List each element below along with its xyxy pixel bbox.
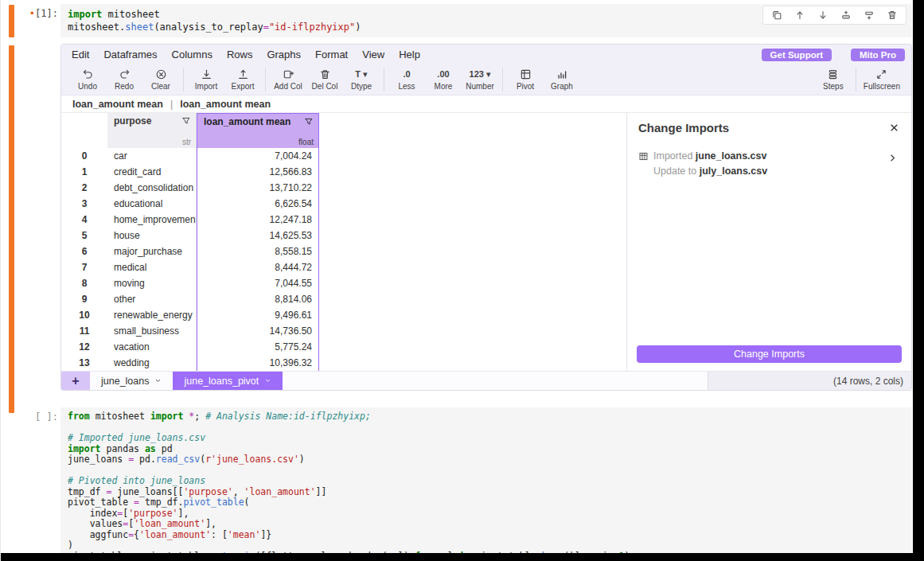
value-cell[interactable]: 6,626.54: [197, 196, 319, 212]
purpose-cell[interactable]: medical: [107, 259, 197, 275]
row-index-cell[interactable]: 5: [61, 228, 107, 243]
value-cell[interactable]: 9,496.61: [197, 307, 319, 323]
cell2-code-input[interactable]: from mitosheet import *; # Analysis Name…: [60, 407, 912, 555]
menu-view[interactable]: View: [362, 49, 384, 60]
menu-help[interactable]: Help: [399, 49, 420, 60]
number-button[interactable]: 123 ▾Number: [462, 64, 498, 95]
code-line: ): [68, 540, 905, 551]
value-cell[interactable]: 8,814.06: [197, 291, 319, 307]
update-file-row: Update to july_loans.csv: [653, 166, 879, 177]
row-index-cell[interactable]: 9: [61, 291, 107, 307]
menu-edit[interactable]: Edit: [72, 49, 89, 60]
code-line: # Pivoted into june_loans: [68, 476, 905, 487]
toolbar-separator: [502, 68, 503, 92]
menu-dataframes[interactable]: Dataframes: [103, 49, 157, 60]
row-index-cell[interactable]: 12: [61, 339, 107, 355]
value-cell[interactable]: 14,736.50: [197, 323, 319, 339]
sheet-tabs: june_loansjune_loans_pivot: [90, 372, 283, 390]
purpose-cell[interactable]: small_business: [107, 323, 197, 339]
code-line: june_loans = pd.read_csv(r'june_loans.cs…: [68, 454, 905, 466]
value-cell[interactable]: 7,044.55: [197, 275, 319, 291]
duplicate-cell-icon: [771, 10, 782, 21]
loan-amount-mean-column-header[interactable]: loan_amount meanfloat: [197, 113, 319, 148]
purpose-cell[interactable]: educational: [107, 196, 197, 212]
redo-button[interactable]: Redo: [106, 64, 142, 95]
steps-button[interactable]: Steps: [815, 64, 852, 95]
purpose-cell[interactable]: home_improvement: [107, 212, 197, 228]
filter-icon[interactable]: [304, 117, 314, 127]
panel-title: Change Imports: [638, 121, 729, 134]
clear-label: Clear: [151, 82, 170, 91]
change-imports-button[interactable]: Change Imports: [637, 345, 902, 363]
toolbar-separator: [183, 68, 184, 92]
value-cell[interactable]: 10,396.32: [197, 355, 319, 371]
menu-columns[interactable]: Columns: [172, 49, 212, 60]
insert-cell-above-button[interactable]: [840, 10, 852, 21]
close-icon[interactable]: [888, 122, 900, 134]
sheet-tab-june_loans_pivot[interactable]: june_loans_pivot: [173, 372, 283, 390]
mito-pro-button[interactable]: Mito Pro: [851, 49, 905, 61]
purpose-cell[interactable]: debt_consolidation: [107, 180, 197, 196]
clear-button[interactable]: Clear: [142, 64, 179, 95]
purpose-cell[interactable]: car: [107, 148, 197, 164]
purpose-cell[interactable]: house: [107, 228, 197, 243]
purpose-cell[interactable]: other: [107, 291, 197, 307]
purpose-cell[interactable]: wedding: [107, 355, 197, 371]
dtype-button[interactable]: T ▾Dtype: [343, 64, 380, 95]
less-button[interactable]: .0Less: [388, 64, 425, 95]
value-cell[interactable]: 13,710.22: [197, 180, 319, 196]
value-cell[interactable]: 12,247.18: [197, 212, 319, 228]
purpose-cell[interactable]: major_purchase: [107, 243, 197, 259]
row-index-cell[interactable]: 13: [61, 355, 107, 371]
value-cell[interactable]: 8,444.72: [197, 259, 319, 275]
value-cell[interactable]: 14,625.53: [197, 228, 319, 243]
purpose-cell[interactable]: vacation: [107, 339, 197, 355]
purpose-cell[interactable]: moving: [107, 275, 197, 291]
row-index-cell[interactable]: 3: [61, 196, 107, 212]
row-index-cell[interactable]: 6: [61, 243, 107, 259]
value-cell[interactable]: 7,004.24: [197, 148, 319, 164]
move-cell-down-button[interactable]: [817, 10, 828, 21]
chevron-down-icon[interactable]: [264, 377, 271, 384]
get-support-button[interactable]: Get Support: [762, 49, 832, 61]
menu-graphs[interactable]: Graphs: [267, 49, 301, 60]
value-cell[interactable]: 12,566.83: [197, 164, 319, 180]
export-button[interactable]: Export: [224, 64, 261, 95]
chevron-down-icon[interactable]: [154, 377, 162, 384]
more-button[interactable]: .00More: [425, 64, 462, 95]
row-index-cell[interactable]: 4: [61, 212, 107, 228]
row-index-cell[interactable]: 1: [61, 164, 107, 180]
undo-button[interactable]: Undo: [69, 64, 106, 95]
menu-rows[interactable]: Rows: [227, 49, 253, 60]
insert-cell-below-button[interactable]: [864, 10, 875, 21]
chevron-right-icon[interactable]: [887, 152, 899, 164]
purpose-cell[interactable]: credit_card: [107, 164, 197, 180]
delete-cell-button[interactable]: [887, 10, 898, 21]
formula-bar-divider: |: [170, 99, 173, 110]
row-index-cell[interactable]: 7: [61, 259, 107, 275]
purpose-column-header[interactable]: purposestr: [107, 113, 197, 148]
duplicate-cell-button[interactable]: [771, 10, 782, 21]
row-index-cell[interactable]: 10: [61, 307, 107, 323]
add-sheet-button[interactable]: +: [61, 372, 90, 390]
sheet-tab-june_loans[interactable]: june_loans: [90, 372, 173, 390]
graph-button[interactable]: Graph: [544, 64, 580, 95]
import-button[interactable]: Import: [188, 64, 224, 95]
import-item[interactable]: Imported june_loans.csv Update to july_l…: [638, 150, 900, 177]
del-col-button[interactable]: Del Col: [306, 64, 343, 95]
purpose-cell[interactable]: renewable_energy: [107, 307, 197, 323]
row-index-cell[interactable]: 0: [61, 148, 107, 164]
add-col-button[interactable]: Add Col: [270, 64, 306, 95]
pivot-button[interactable]: Pivot: [507, 64, 544, 95]
row-index-cell[interactable]: 2: [61, 180, 107, 196]
fullscreen-button[interactable]: Fullscreen: [860, 64, 903, 95]
code-line: values=['loan_amount'],: [68, 519, 905, 530]
filter-icon[interactable]: [181, 116, 191, 126]
value-cell[interactable]: 8,558.15: [197, 243, 319, 259]
move-cell-up-button[interactable]: [794, 10, 805, 21]
row-index-cell[interactable]: 8: [61, 275, 107, 291]
mitosheet-widget: EditDataframesColumnsRowsGraphsFormatVie…: [60, 44, 912, 391]
value-cell[interactable]: 5,775.24: [197, 339, 319, 355]
row-index-cell[interactable]: 11: [61, 323, 107, 339]
menu-format[interactable]: Format: [315, 49, 348, 60]
